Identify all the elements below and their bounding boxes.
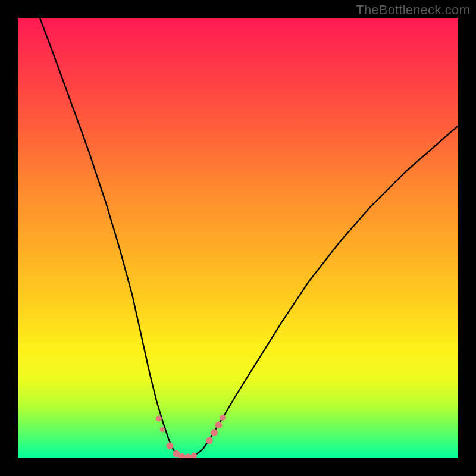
watermark-label: TheBottleneck.com bbox=[356, 2, 470, 18]
marker-point bbox=[206, 437, 213, 444]
curve-markers bbox=[156, 415, 226, 458]
marker-point bbox=[160, 427, 165, 432]
marker-point bbox=[156, 415, 162, 421]
curve-right bbox=[185, 126, 458, 458]
marker-point bbox=[184, 454, 192, 458]
curve-left bbox=[40, 18, 185, 458]
marker-point bbox=[191, 453, 197, 458]
marker-point bbox=[211, 429, 218, 436]
plot-area bbox=[18, 18, 458, 458]
chart-frame: TheBottleneck.com bbox=[0, 0, 476, 476]
marker-point bbox=[215, 422, 222, 429]
marker-point bbox=[220, 415, 226, 421]
curve-svg bbox=[18, 18, 458, 458]
marker-point bbox=[166, 442, 173, 449]
